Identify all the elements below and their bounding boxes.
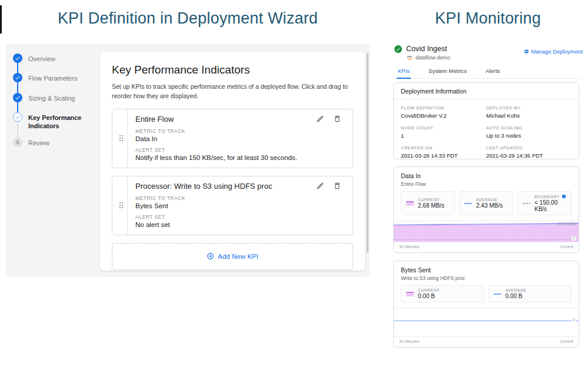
wizard-step-flow-parameters[interactable]: Flow Parameters	[13, 73, 77, 82]
metric-to-track-label: METRIC TO TRACK	[135, 195, 345, 201]
drag-handle-icon	[119, 135, 121, 136]
alert-value: Notify if less than 150 KB/sec, for at l…	[135, 154, 345, 161]
line-chart-plot	[394, 308, 579, 336]
step-label: Review	[28, 138, 49, 147]
delete-button[interactable]	[333, 115, 341, 123]
pencil-icon	[316, 182, 324, 190]
add-new-kpi-label: Add New KPI	[218, 253, 258, 260]
stat-current: CURRENT 2.68 MB/s	[401, 191, 455, 215]
info-field-flow-definition: FLOW DEFINITION CovidIDBroker V.2	[401, 105, 486, 119]
kpi-item-processor-write-s3[interactable]: Processor: Write to S3 using HDFS proc M…	[112, 176, 353, 235]
field-label: DEPLOYED BY	[486, 105, 572, 111]
info-field-auto-scaling: AUTO SCALING Up to 3 nodes	[486, 125, 572, 139]
gear-icon	[524, 49, 529, 54]
stat-current: CURRENT 0.00 B	[401, 285, 484, 302]
step-check-icon	[13, 54, 22, 63]
add-circle-icon	[207, 252, 214, 260]
y-axis-zero-label: 0	[572, 236, 576, 241]
scrollbar[interactable]	[367, 53, 368, 253]
environment-name: dataflow-demo	[416, 55, 450, 61]
step-label: Flow Parameters	[28, 73, 77, 82]
y-axis-max-label: 2.95 MB/s	[557, 222, 576, 226]
field-label: CREATED ON	[401, 145, 486, 151]
alert-set-label: ALERT SET	[135, 147, 345, 153]
step-label: Sizing & Scaling	[28, 93, 75, 102]
stat-value: 0.00 B	[506, 293, 527, 299]
stat-label: AVERAGE	[506, 288, 527, 292]
tab-system-metrics[interactable]: System Metrics	[427, 66, 468, 78]
step-number-badge: 5	[13, 138, 22, 147]
alert-set-label: ALERT SET	[135, 214, 345, 220]
kpi-card-subtitle: Write to S3 using HDFS proc	[401, 275, 572, 281]
kpi-card-subtitle: Entire Flow	[401, 181, 572, 187]
stat-boundary: BOUNDARY < 150.00 KB/s	[517, 191, 572, 215]
step-label: Overview	[28, 54, 55, 63]
stat-value: < 150.00 KB/s	[534, 199, 566, 212]
area-chart-plot	[394, 221, 579, 242]
wizard-step-key-performance-indicators[interactable]: Key Performance Indicators	[13, 112, 94, 131]
step-label: Key Performance Indicators	[28, 112, 94, 131]
add-new-kpi-button[interactable]: Add New KPI	[112, 243, 353, 270]
wizard-step-overview[interactable]: Overview	[13, 54, 55, 63]
deployment-header: Covid Ingest dataflow-demo	[394, 45, 450, 61]
wizard-step-sizing-scaling[interactable]: Sizing & Scaling	[13, 93, 75, 102]
stat-value: 2.68 MB/s	[418, 202, 444, 209]
kpi-title: Entire Flow	[135, 115, 316, 124]
manage-deployment-label: Manage Deployment	[531, 48, 583, 55]
y-axis-zero-label: 0	[572, 318, 576, 322]
x-axis-window-label: 30 Minutes	[399, 245, 419, 249]
field-value: 1	[401, 132, 486, 139]
average-series-swatch-icon	[494, 293, 501, 295]
wizard-step-review[interactable]: 5 Review	[13, 138, 49, 147]
stat-label: BOUNDARY	[534, 195, 560, 199]
field-label: FLOW DEFINITION	[401, 105, 486, 111]
alert-value: No alert set	[135, 221, 345, 228]
kpi-monitoring-panel: Covid Ingest dataflow-demo Manage Deploy…	[393, 42, 583, 363]
edit-button[interactable]	[316, 182, 324, 190]
wizard-section-title: KPI Definition in Deployment Wizard	[6, 9, 370, 28]
stat-average: AVERAGE 2.43 MB/s	[459, 191, 513, 215]
drag-handle[interactable]	[112, 109, 128, 168]
field-value: 2021-03-29 14:33 PDT	[401, 152, 486, 159]
step-check-icon	[13, 93, 22, 102]
kpi-monitor-card-bytes-sent: Bytes Sent Write to S3 using HDFS proc C…	[393, 261, 579, 348]
step-check-icon	[13, 112, 22, 122]
deployment-name: Covid Ingest	[406, 45, 447, 53]
metric-value: Bytes Sent	[135, 202, 345, 209]
manage-deployment-link[interactable]: Manage Deployment	[524, 48, 583, 55]
field-value: Up to 3 nodes	[486, 132, 572, 139]
x-axis-current-label: Current	[560, 339, 573, 343]
kpi-definition-card: Key Performance Indicators Set up KPIs t…	[100, 52, 365, 271]
info-field-node-count: NODE COUNT 1	[401, 125, 486, 139]
drag-handle-icon	[119, 202, 121, 203]
stat-value: 2.43 MB/s	[476, 202, 503, 209]
boundary-series-swatch-icon	[523, 203, 530, 204]
field-label: NODE COUNT	[401, 125, 486, 131]
stat-label: CURRENT	[418, 198, 444, 202]
kpi-title: Processor: Write to S3 using HDFS proc	[135, 182, 316, 191]
stepper-connector-completed	[17, 58, 18, 117]
x-axis-window-label: 30 Minutes	[399, 339, 419, 343]
stat-average: AVERAGE 0.00 B	[489, 285, 572, 302]
screenshot-edge-artifact	[0, 5, 2, 34]
monitoring-section-title: KPI Monitoring	[393, 9, 583, 28]
bytes-sent-line-chart: 0	[394, 308, 579, 336]
delete-button[interactable]	[333, 182, 341, 190]
stat-label: CURRENT	[418, 288, 440, 292]
drag-handle[interactable]	[112, 176, 128, 235]
x-axis-current-label: Current	[560, 245, 573, 249]
trash-icon	[333, 182, 341, 190]
edit-button[interactable]	[316, 115, 324, 123]
info-icon[interactable]	[562, 194, 566, 199]
tab-bar: KPIs System Metrics Alerts	[393, 66, 583, 79]
tab-kpis[interactable]: KPIs	[397, 66, 411, 79]
kpi-item-entire-flow[interactable]: Entire Flow METRIC TO TRACK Data In ALER…	[112, 109, 353, 168]
deployment-information-card: Deployment Information FLOW DEFINITION C…	[393, 82, 579, 159]
metric-value: Data In	[135, 135, 345, 142]
page-description: Set up KPIs to track specific performanc…	[112, 82, 353, 101]
kpi-card-title: Bytes Sent	[401, 266, 572, 273]
current-series-swatch-icon	[406, 292, 414, 296]
info-field-deployed-by: DEPLOYED BY Michael Kohs	[486, 105, 572, 119]
field-value: CovidIDBroker V.2	[401, 112, 486, 119]
tab-alerts[interactable]: Alerts	[484, 66, 501, 78]
